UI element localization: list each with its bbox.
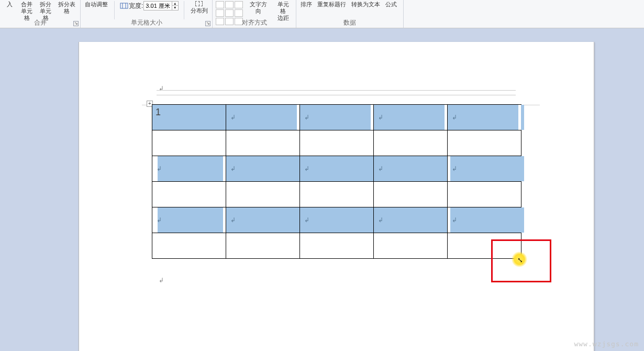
table-cell[interactable]: 1: [152, 105, 226, 130]
para-mark-icon: ↲: [378, 114, 383, 121]
table-row[interactable]: ↲ ↲ ↲ ↲ ↲: [152, 207, 521, 233]
table-cell[interactable]: [226, 233, 300, 259]
autofit-button[interactable]: 自动调整: [84, 1, 109, 8]
para-mark-icon: ↲: [159, 277, 164, 284]
ribbon-group-data: 排序 重复标题行 转换为文本 公式 数据: [296, 0, 404, 28]
distribute-cols-button[interactable]: 分布列: [190, 1, 209, 14]
para-mark-icon: ↲: [230, 165, 236, 172]
table-cell[interactable]: ↲: [226, 207, 300, 233]
document-workarea[interactable]: ↲ 1 ↲ ↲ ↲ ↲ ↲ ↲: [0, 28, 644, 351]
table-cell[interactable]: ↲: [300, 156, 374, 182]
width-spin-up[interactable]: ▲: [172, 2, 178, 6]
para-mark-icon: ↲: [230, 216, 236, 224]
group-cellsize-expand-icon[interactable]: ↘: [205, 21, 210, 26]
table-cell[interactable]: ↲: [448, 156, 521, 182]
para-mark-icon: ↲: [230, 114, 236, 121]
table-row[interactable]: [152, 233, 521, 259]
align-tr[interactable]: [235, 1, 243, 8]
table-cell[interactable]: [374, 182, 448, 207]
para-mark-icon: ↲: [157, 216, 162, 224]
para-mark-icon: ↲: [452, 216, 457, 224]
table-cell[interactable]: ↲: [300, 105, 374, 130]
table-cell[interactable]: [300, 233, 374, 259]
group-merge-label: 合并: [0, 18, 80, 27]
table-cell[interactable]: [374, 130, 448, 156]
svg-rect-0: [120, 3, 128, 8]
width-label: 宽度:: [129, 2, 143, 10]
table-row[interactable]: 1 ↲ ↲ ↲ ↲: [152, 105, 521, 130]
para-mark-icon: ↲: [304, 114, 309, 121]
document-page[interactable]: ↲ 1 ↲ ↲ ↲ ↲ ↲ ↲: [79, 42, 594, 351]
table-cell[interactable]: [448, 233, 521, 259]
repeat-header-button[interactable]: 重复标题行: [316, 1, 347, 8]
cell-text: 1: [156, 107, 161, 117]
para-mark-icon: ↲: [378, 216, 383, 224]
width-spin-down[interactable]: ▼: [172, 6, 178, 10]
ribbon-group-cellsize: 自动调整 宽度: 3.01 厘米 ▲ ▼: [81, 0, 213, 28]
align-tl[interactable]: [216, 1, 224, 8]
table-cell[interactable]: [152, 182, 226, 207]
width-spinner[interactable]: 3.01 厘米 ▲ ▼: [143, 1, 178, 10]
document-table[interactable]: 1 ↲ ↲ ↲ ↲ ↲ ↲ ↲ ↲ ↲: [152, 104, 521, 259]
distribute-cols-icon: [195, 1, 203, 6]
table-row[interactable]: ↲ ↲ ↲ ↲ ↲: [152, 156, 521, 182]
align-mr[interactable]: [235, 9, 243, 17]
para-mark-icon: ↲: [304, 165, 309, 172]
table-cell[interactable]: ↲: [374, 207, 448, 233]
table-resize-handle-icon[interactable]: [518, 259, 523, 264]
table-cell[interactable]: [448, 130, 521, 156]
table-cell[interactable]: [226, 130, 300, 156]
convert-to-text-button[interactable]: 转换为文本: [350, 1, 381, 8]
ruler-segment: [157, 90, 516, 95]
align-tc[interactable]: [225, 1, 234, 8]
table-cell[interactable]: [152, 130, 226, 156]
table-cell[interactable]: [374, 233, 448, 259]
split-table-button[interactable]: 拆分表格: [57, 1, 77, 15]
table-cell[interactable]: ↲: [152, 156, 226, 182]
insert-button[interactable]: 入: [3, 1, 16, 8]
align-ml[interactable]: [216, 9, 224, 17]
width-icon: [120, 2, 128, 10]
table-cell[interactable]: [300, 130, 374, 156]
group-cellsize-label: 单元格大小: [81, 18, 212, 27]
table-row[interactable]: [152, 130, 521, 156]
para-mark-icon: ↲: [452, 114, 457, 121]
ribbon-group-merge: 入 合并单元格 拆分单元格 拆分表格 合并 ↘: [0, 0, 81, 28]
para-mark-icon: ↲: [452, 165, 457, 172]
group-data-label: 数据: [296, 18, 403, 27]
table-cell[interactable]: ↲: [374, 156, 448, 182]
table-cell[interactable]: ↲: [152, 207, 226, 233]
table-cell[interactable]: ↲: [300, 207, 374, 233]
ribbon-group-align: 文字方向 单元格边距 对齐方式: [213, 0, 296, 28]
para-mark-icon: ↲: [304, 216, 309, 224]
table-row[interactable]: [152, 182, 521, 207]
table-cell[interactable]: ↲: [448, 207, 521, 233]
watermark-text: www.wzjsgs.com: [574, 340, 639, 348]
align-mc[interactable]: [225, 9, 234, 17]
para-mark-icon: ↲: [157, 165, 162, 172]
group-merge-expand-icon[interactable]: ↘: [73, 21, 79, 26]
ribbon-toolbar: 入 合并单元格 拆分单元格 拆分表格 合并 ↘ 自动调整 宽度:: [0, 0, 644, 28]
table-cell[interactable]: ↲: [374, 105, 448, 130]
width-value: 3.01 厘米: [144, 2, 171, 10]
text-direction-button[interactable]: 文字方向: [246, 1, 271, 15]
para-mark-icon: ↲: [378, 165, 383, 172]
table-cell[interactable]: ↲: [226, 105, 300, 130]
table-cell[interactable]: [448, 182, 521, 207]
formula-button[interactable]: 公式: [384, 1, 398, 8]
table-cell[interactable]: [300, 182, 374, 207]
group-align-label: 对齐方式: [213, 18, 296, 27]
table-cell[interactable]: ↲: [448, 105, 521, 130]
sort-button[interactable]: 排序: [299, 1, 313, 8]
table-cell[interactable]: [226, 182, 300, 207]
table-cell[interactable]: [152, 233, 226, 259]
table-cell[interactable]: ↲: [226, 156, 300, 182]
